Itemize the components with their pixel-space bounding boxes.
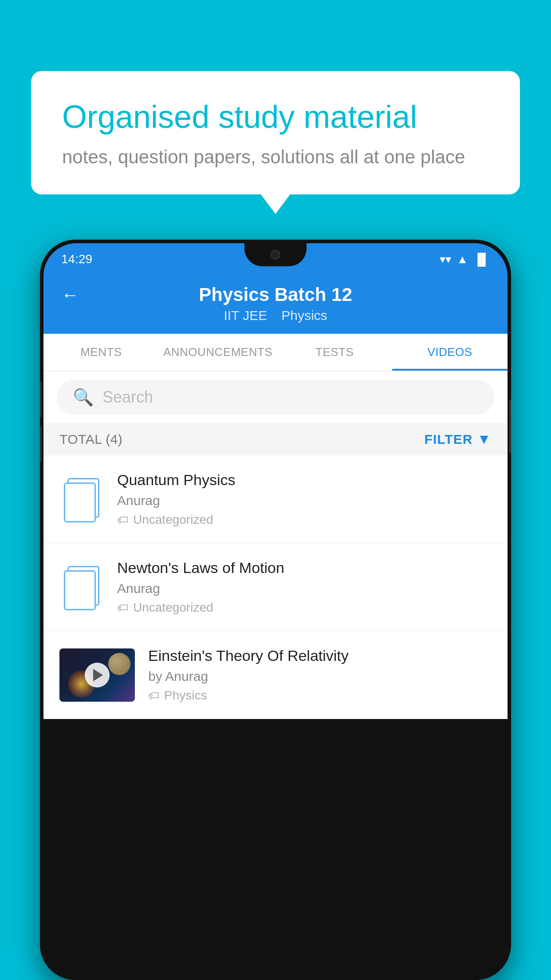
battery-icon: ▐▌ — [473, 253, 490, 266]
wifi-icon: ▾▾ — [440, 253, 451, 266]
bubble-subtitle: notes, question papers, solutions all at… — [62, 146, 489, 168]
file-icon — [64, 478, 99, 521]
play-triangle-icon — [93, 669, 103, 681]
front-camera — [271, 250, 280, 260]
tab-announcements[interactable]: ANNOUNCEMENTS — [159, 334, 277, 371]
tag-icon: 🏷 — [148, 689, 160, 703]
phone-notch — [244, 243, 307, 266]
video-list: Quantum Physics Anurag 🏷 Uncategorized — [43, 455, 508, 719]
header-row: ← Physics Batch 12 — [61, 284, 490, 305]
volume-up-button — [40, 382, 42, 417]
status-bar: 14:29 ▾▾ ▲ ▐▌ — [43, 243, 508, 275]
phone-frame: 14:29 ▾▾ ▲ ▐▌ ← Physics Batch 12 IIT JEE… — [40, 240, 511, 980]
speech-bubble-container: Organised study material notes, question… — [31, 71, 520, 194]
speech-bubble: Organised study material notes, question… — [31, 71, 520, 194]
video-title: Einstein's Theory Of Relativity — [148, 647, 492, 664]
play-button[interactable] — [85, 663, 110, 688]
tabs-bar: MENTS ANNOUNCEMENTS TESTS VIDEOS — [43, 334, 508, 371]
item-info: Newton's Laws of Motion Anurag 🏷 Uncateg… — [117, 559, 492, 615]
bubble-title: Organised study material — [62, 98, 489, 136]
breadcrumb-iit: IIT JEE — [224, 308, 267, 323]
video-title: Newton's Laws of Motion — [117, 559, 492, 577]
video-tag: 🏷 Uncategorized — [117, 601, 492, 615]
volume-down-button — [40, 426, 42, 462]
phone-screen: 14:29 ▾▾ ▲ ▐▌ ← Physics Batch 12 IIT JEE… — [43, 243, 508, 980]
tag-label: Uncategorized — [133, 513, 213, 527]
filter-icon: ▼ — [477, 431, 492, 447]
video-author: Anurag — [117, 493, 492, 508]
tab-ments[interactable]: MENTS — [43, 334, 159, 371]
list-item[interactable]: Newton's Laws of Motion Anurag 🏷 Uncateg… — [43, 543, 508, 631]
item-info: Quantum Physics Anurag 🏷 Uncategorized — [117, 471, 492, 527]
tag-label: Physics — [164, 688, 207, 703]
status-time: 14:29 — [61, 252, 92, 266]
video-author: Anurag — [117, 581, 492, 596]
item-info: Einstein's Theory Of Relativity by Anura… — [148, 647, 492, 703]
filter-button[interactable]: FILTER ▼ — [425, 431, 492, 447]
status-icons: ▾▾ ▲ ▐▌ — [440, 253, 490, 266]
search-bar[interactable]: 🔍 Search — [57, 379, 494, 415]
tag-icon: 🏷 — [117, 601, 129, 615]
video-tag: 🏷 Uncategorized — [117, 513, 492, 527]
tab-videos[interactable]: VIDEOS — [392, 334, 508, 371]
search-bar-container: 🔍 Search — [43, 371, 508, 423]
power-button — [509, 399, 511, 453]
filter-label: FILTER — [425, 432, 473, 447]
file-icon-container — [59, 478, 104, 521]
video-thumbnail — [59, 648, 135, 702]
file-icon — [64, 566, 99, 609]
app-header: ← Physics Batch 12 IIT JEE Physics — [43, 275, 508, 334]
list-item[interactable]: Einstein's Theory Of Relativity by Anura… — [43, 631, 508, 719]
search-icon: 🔍 — [73, 387, 94, 407]
file-icon-front — [64, 570, 96, 610]
signal-icon: ▲ — [457, 253, 468, 266]
total-count: TOTAL (4) — [59, 432, 122, 447]
video-tag: 🏷 Physics — [148, 688, 492, 703]
tag-label: Uncategorized — [133, 601, 213, 615]
file-icon-front — [64, 482, 96, 522]
tab-tests[interactable]: TESTS — [277, 334, 392, 371]
search-input[interactable]: Search — [102, 388, 153, 407]
breadcrumb-physics: Physics — [281, 308, 327, 323]
filter-row: TOTAL (4) FILTER ▼ — [43, 423, 508, 455]
tag-icon: 🏷 — [117, 513, 129, 527]
video-title: Quantum Physics — [117, 471, 492, 489]
batch-title: Physics Batch 12 — [199, 284, 352, 305]
back-button[interactable]: ← — [61, 285, 79, 305]
list-item[interactable]: Quantum Physics Anurag 🏷 Uncategorized — [43, 455, 508, 543]
file-icon-container — [59, 566, 104, 609]
video-author: by Anurag — [148, 669, 492, 684]
breadcrumb: IIT JEE Physics — [224, 308, 327, 323]
thumb-planet — [108, 653, 130, 675]
